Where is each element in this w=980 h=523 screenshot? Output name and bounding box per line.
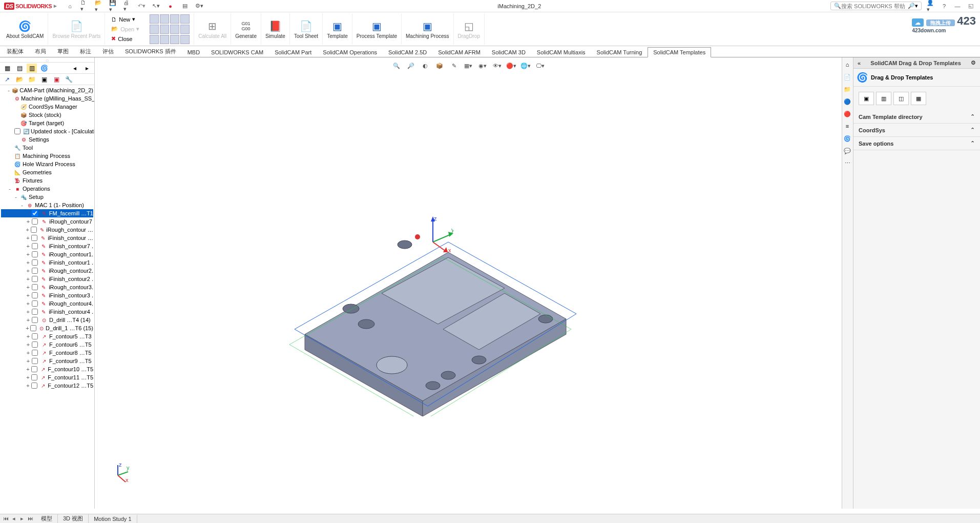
simulate-button[interactable]: 📕 Simulate xyxy=(261,13,290,45)
tree-checkbox[interactable] xyxy=(32,210,38,216)
tree-item[interactable]: +✎iFinish_contour3 . xyxy=(1,291,93,299)
rs-doc-icon[interactable]: 📄 xyxy=(842,72,852,82)
zoom-area-icon[interactable]: 🔎 xyxy=(406,61,416,71)
template-type-2-icon[interactable]: ▥ xyxy=(876,92,891,105)
panel-settings-icon[interactable]: ⚙ xyxy=(971,59,976,66)
tree-item[interactable]: +⊙D_drill_1 …T6 (15) xyxy=(1,324,93,332)
tree-act-1-icon[interactable]: ↗ xyxy=(2,75,12,84)
tree-item[interactable]: ✎FM_facemill …T1 xyxy=(1,209,93,217)
tab-布局[interactable]: 布局 xyxy=(29,46,52,57)
rs-folder-icon[interactable]: 📁 xyxy=(842,84,852,94)
tree-filter-2-icon[interactable]: ▤ xyxy=(14,64,25,73)
tree-toggle-icon[interactable]: + xyxy=(26,227,30,233)
rs-appearance-icon[interactable]: 🔵 xyxy=(842,96,852,107)
tree-item[interactable]: +✎iRough_contour2. xyxy=(1,267,93,275)
tree-item[interactable]: +↗F_contour6 …T5 xyxy=(1,340,93,349)
tree-item[interactable]: +✎iRough_contour3. xyxy=(1,283,93,291)
tree-checkbox[interactable] xyxy=(32,333,38,339)
display-style-icon[interactable]: ▦▾ xyxy=(463,61,473,71)
template-type-1-icon[interactable]: ▣ xyxy=(859,92,874,105)
save-options-section[interactable]: Save options ⌃ xyxy=(853,137,980,150)
tree-item[interactable]: +↗F_contour9 …T5 xyxy=(1,357,93,365)
first-tab-icon[interactable]: ⏮ xyxy=(2,515,9,522)
tree-checkbox[interactable] xyxy=(32,218,38,225)
tab-评估[interactable]: 评估 xyxy=(97,46,119,57)
tree-toggle-icon[interactable]: + xyxy=(26,374,30,380)
tree-toggle-icon[interactable]: + xyxy=(26,292,31,298)
tab-solidcam-templates[interactable]: SolidCAM Templates xyxy=(648,47,711,57)
zoom-fit-icon[interactable]: 🔍 xyxy=(391,61,402,71)
tree-item[interactable]: -■Operations xyxy=(1,185,93,193)
search-box[interactable]: 🔍 🔎▾ xyxy=(830,2,922,10)
select-icon[interactable]: ↖▾ xyxy=(152,2,160,10)
tree-toggle-icon[interactable]: + xyxy=(26,366,30,372)
tree-checkbox[interactable] xyxy=(14,128,20,134)
tree-checkbox[interactable] xyxy=(31,227,37,233)
view-orient-icon[interactable]: ✎ xyxy=(449,61,459,71)
tree-checkbox[interactable] xyxy=(31,383,37,389)
tab-solidcam-afrm[interactable]: SolidCAM AFRM xyxy=(432,47,486,57)
search-input[interactable] xyxy=(841,3,908,9)
tree-toggle-icon[interactable]: + xyxy=(26,309,31,315)
help-icon[interactable]: ? xyxy=(940,2,948,10)
tree-item[interactable]: +↗F_contour10 …T5 xyxy=(1,365,93,373)
hide-show-icon[interactable]: ◉▾ xyxy=(477,61,488,71)
rs-solidcam-icon[interactable]: 🌀 xyxy=(842,133,852,144)
options-icon[interactable]: ▤ xyxy=(181,2,189,10)
tree-toggle-icon[interactable]: + xyxy=(26,235,30,241)
tree-right-icon[interactable]: ▸ xyxy=(82,64,92,73)
coordsys-section[interactable]: CoordSys ⌃ xyxy=(853,124,980,137)
tree-toggle-icon[interactable]: + xyxy=(26,317,31,323)
user-icon[interactable]: 👤▾ xyxy=(927,2,935,10)
home-icon[interactable]: ⌂ xyxy=(66,2,74,10)
last-tab-icon[interactable]: ⏭ xyxy=(27,515,34,522)
tree-act-3-icon[interactable]: 📁 xyxy=(27,75,37,84)
rebuild-icon[interactable]: ● xyxy=(166,2,175,10)
tree-checkbox[interactable] xyxy=(32,251,38,257)
tab-solidcam-turning[interactable]: SolidCAM Turning xyxy=(591,47,648,57)
tree-checkbox[interactable] xyxy=(32,317,38,323)
tab-solidcam-3d[interactable]: SolidCAM 3D xyxy=(486,47,531,57)
tree-checkbox[interactable] xyxy=(32,358,38,364)
tree-item[interactable]: +✎iRough_contour1. xyxy=(1,250,93,258)
graphics-viewport[interactable]: 🔍 🔎 ◐ 📦 ✎ ▦▾ ◉▾ 👁▾ 🔴▾ 🌐▾ 🖵▾ xyxy=(95,57,842,509)
tree-toggle-icon[interactable]: + xyxy=(26,259,31,266)
screen-icon[interactable]: 🖵▾ xyxy=(535,61,545,71)
new-doc-icon[interactable]: 🗋▾ xyxy=(80,2,89,10)
tab-solidworks-插件[interactable]: SOLIDWORKS 插件 xyxy=(119,46,182,57)
template-button[interactable]: ▣ Template xyxy=(323,13,352,45)
tree-checkbox[interactable] xyxy=(31,366,37,372)
tree-item[interactable]: 📋Machining Process xyxy=(1,152,93,160)
tree-item[interactable]: +✎iRough_contour4. xyxy=(1,299,93,308)
prev-view-icon[interactable]: ◐ xyxy=(420,61,430,71)
cam-template-directory-section[interactable]: Cam Template directory ⌃ xyxy=(853,110,980,124)
tree-item[interactable]: -⊕MAC 1 (1- Position) xyxy=(1,201,93,209)
tree-item[interactable]: ⚙Settings xyxy=(1,135,93,144)
collapse-panel-icon[interactable]: « xyxy=(858,60,861,66)
minimize-icon[interactable]: — xyxy=(953,2,962,10)
tree-act-4-icon[interactable]: ▣ xyxy=(39,75,49,84)
rs-decal-icon[interactable]: 🔴 xyxy=(842,109,852,119)
prev-tab-icon[interactable]: ◂ xyxy=(10,515,17,522)
undo-icon[interactable]: ↶▾ xyxy=(138,2,146,10)
section-view-icon[interactable]: 📦 xyxy=(434,61,445,71)
tab-solidcam-part[interactable]: SolidCAM Part xyxy=(269,47,317,57)
tree-checkbox[interactable] xyxy=(32,292,38,298)
tree-checkbox[interactable] xyxy=(32,259,38,266)
rs-props-icon[interactable]: ≡ xyxy=(842,121,852,131)
tree-filter-4-icon[interactable]: 🌀 xyxy=(39,64,49,73)
tree-checkbox[interactable] xyxy=(32,341,38,348)
corner-triad[interactable]: z y x xyxy=(110,462,131,483)
tree-toggle-icon[interactable]: + xyxy=(26,243,31,249)
tree-checkbox[interactable] xyxy=(32,300,38,307)
tab-solidcam-multiaxis[interactable]: SolidCAM Multiaxis xyxy=(531,47,591,57)
tab-solidworks-cam[interactable]: SOLIDWORKS CAM xyxy=(205,47,269,57)
tree-item[interactable]: +↗F_contour12 …T5 xyxy=(1,381,93,390)
tab-solidcam-operations[interactable]: SolidCAM Operations xyxy=(317,47,383,57)
tree-checkbox[interactable] xyxy=(31,374,37,380)
print-icon[interactable]: 🖨▾ xyxy=(123,2,132,10)
model-tab[interactable]: 模型 xyxy=(36,514,58,523)
tree-act-6-icon[interactable]: 🔧 xyxy=(64,75,74,84)
template-type-4-icon[interactable]: ▦ xyxy=(911,92,926,105)
new-button[interactable]: 🗋New▾ xyxy=(109,15,141,24)
